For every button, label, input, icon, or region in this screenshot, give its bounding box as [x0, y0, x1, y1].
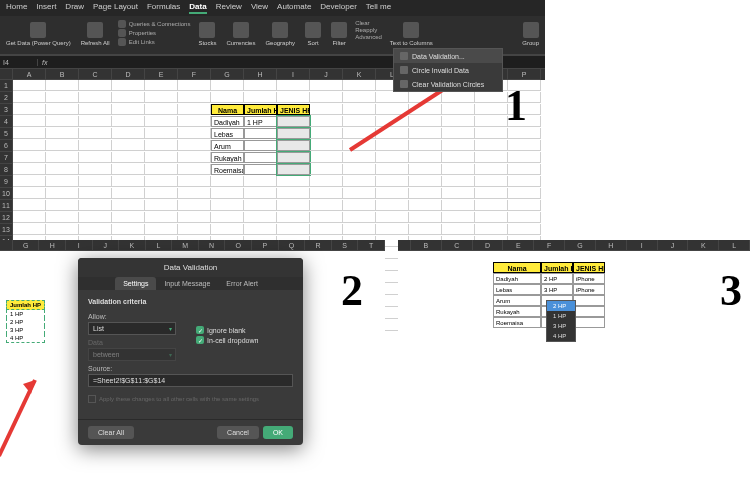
- filter-button[interactable]: Filter: [329, 20, 349, 48]
- col-header[interactable]: J: [93, 240, 120, 251]
- col-header[interactable]: F: [534, 240, 565, 251]
- col-header[interactable]: A: [13, 69, 46, 80]
- cell[interactable]: [409, 140, 442, 151]
- cell[interactable]: [13, 104, 46, 115]
- cell[interactable]: [376, 212, 409, 223]
- cell[interactable]: [145, 92, 178, 103]
- cell[interactable]: [244, 80, 277, 91]
- cell[interactable]: [475, 164, 508, 175]
- data-validation-menuitem[interactable]: Data Validation...: [394, 49, 502, 63]
- cell[interactable]: [376, 140, 409, 151]
- menu-formulas[interactable]: Formulas: [147, 2, 180, 14]
- source-input[interactable]: =Sheet2!$G$11:$G$14: [88, 374, 293, 387]
- cell[interactable]: [46, 104, 79, 115]
- cell[interactable]: [244, 224, 277, 235]
- menu-automate[interactable]: Automate: [277, 2, 311, 14]
- cell[interactable]: [145, 128, 178, 139]
- cell[interactable]: [46, 140, 79, 151]
- tab-error-alert[interactable]: Error Alert: [218, 277, 266, 290]
- row-header[interactable]: 2: [0, 92, 13, 104]
- cell[interactable]: [343, 116, 376, 127]
- cell[interactable]: [244, 92, 277, 103]
- row-header[interactable]: 3: [0, 104, 13, 116]
- col-header[interactable]: N: [199, 240, 226, 251]
- cell[interactable]: [442, 152, 475, 163]
- col-header[interactable]: B: [411, 240, 442, 251]
- cell[interactable]: [475, 188, 508, 199]
- cell[interactable]: [13, 200, 46, 211]
- col-header[interactable]: H: [244, 69, 277, 80]
- cell[interactable]: [475, 212, 508, 223]
- clear-all-button[interactable]: Clear All: [88, 426, 134, 439]
- menu-draw[interactable]: Draw: [65, 2, 84, 14]
- cell[interactable]: [46, 80, 79, 91]
- cell[interactable]: [46, 224, 79, 235]
- cell[interactable]: [343, 80, 376, 91]
- tab-settings[interactable]: Settings: [115, 277, 156, 290]
- cell[interactable]: [211, 188, 244, 199]
- cell[interactable]: [508, 176, 541, 187]
- cell[interactable]: [79, 152, 112, 163]
- cell[interactable]: [376, 116, 409, 127]
- cell[interactable]: [145, 200, 178, 211]
- col-header[interactable]: D: [112, 69, 145, 80]
- cell[interactable]: [112, 164, 145, 175]
- cell[interactable]: [13, 176, 46, 187]
- row-header[interactable]: 1: [0, 80, 13, 92]
- cell[interactable]: [79, 140, 112, 151]
- cell[interactable]: [46, 176, 79, 187]
- dropdown-option[interactable]: 2 HP: [547, 301, 575, 311]
- col-header[interactable]: P: [508, 69, 541, 80]
- cell[interactable]: [310, 188, 343, 199]
- cell[interactable]: [409, 188, 442, 199]
- cell[interactable]: [376, 224, 409, 235]
- cell[interactable]: [376, 188, 409, 199]
- table-cell[interactable]: [573, 317, 605, 328]
- cell[interactable]: [211, 212, 244, 223]
- cell[interactable]: [277, 188, 310, 199]
- apply-all-checkbox[interactable]: Apply these changes to all other cells w…: [88, 395, 293, 403]
- cell[interactable]: [46, 164, 79, 175]
- cell[interactable]: [310, 200, 343, 211]
- cell[interactable]: [475, 104, 508, 115]
- col-header[interactable]: O: [225, 240, 252, 251]
- cell[interactable]: [277, 200, 310, 211]
- row-header[interactable]: 10: [0, 188, 13, 200]
- ignore-blank-checkbox[interactable]: Ignore blank: [196, 326, 258, 334]
- cell[interactable]: [310, 92, 343, 103]
- cell[interactable]: [145, 188, 178, 199]
- dropdown-option[interactable]: 3 HP: [547, 321, 575, 331]
- cell[interactable]: [277, 92, 310, 103]
- cell[interactable]: [112, 200, 145, 211]
- col-header[interactable]: D: [473, 240, 504, 251]
- menu-page-layout[interactable]: Page Layout: [93, 2, 138, 14]
- dropdown-option[interactable]: 4 HP: [547, 331, 575, 341]
- allow-select[interactable]: List: [88, 322, 176, 335]
- cell[interactable]: [508, 188, 541, 199]
- advanced-button[interactable]: Advanced: [355, 34, 382, 40]
- table-cell[interactable]: iPhone: [573, 284, 605, 295]
- cell[interactable]: [46, 212, 79, 223]
- menu-home[interactable]: Home: [6, 2, 27, 14]
- col-header[interactable]: K: [688, 240, 719, 251]
- col-header[interactable]: I: [66, 240, 93, 251]
- row-header[interactable]: 8: [0, 164, 13, 176]
- cell[interactable]: [145, 212, 178, 223]
- cell[interactable]: [508, 140, 541, 151]
- cell[interactable]: [145, 224, 178, 235]
- cell[interactable]: [211, 200, 244, 211]
- cell[interactable]: [376, 104, 409, 115]
- cell[interactable]: [442, 140, 475, 151]
- cell[interactable]: [475, 200, 508, 211]
- cell[interactable]: [508, 212, 541, 223]
- cell[interactable]: [178, 164, 211, 175]
- stocks-button[interactable]: Stocks: [196, 20, 218, 48]
- col-header[interactable]: C: [79, 69, 112, 80]
- cell[interactable]: [409, 128, 442, 139]
- cell[interactable]: [178, 188, 211, 199]
- cell[interactable]: [178, 116, 211, 127]
- cell[interactable]: [112, 128, 145, 139]
- table-cell[interactable]: Rukayah: [493, 306, 541, 317]
- col-header[interactable]: I: [277, 69, 310, 80]
- cell[interactable]: [79, 212, 112, 223]
